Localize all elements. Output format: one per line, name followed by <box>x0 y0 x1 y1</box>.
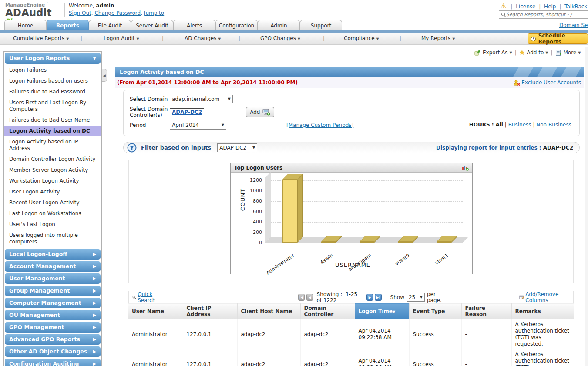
sidebar-item-users-logged-into-multiple-computers[interactable]: Users logged into multiple computers <box>4 230 101 247</box>
logon-activity-table: User NameClient IP AddressClient Host Na… <box>128 303 574 366</box>
sidebar-item-recent-user-logon-activity[interactable]: Recent User Logon Activity <box>4 197 101 208</box>
chart-bar <box>360 242 374 243</box>
tab-home[interactable]: Home <box>4 20 47 30</box>
sidebar-item-last-logon-on-workstations[interactable]: Last Logon on Workstations <box>4 208 101 219</box>
chart-category-label: Administrator <box>253 253 296 285</box>
search-icon <box>501 12 506 17</box>
export-as-button[interactable]: Export As▼ <box>474 50 512 56</box>
exclude-user-icon <box>513 80 521 86</box>
sidebar-item-logon-activity-based-on-ip-address[interactable]: Logon Activity based on IP Address <box>4 136 101 154</box>
search-input[interactable] <box>506 12 585 17</box>
sidebar-item-failures-due-to-bad-password[interactable]: Failures due to Bad Password <box>4 87 101 97</box>
col-header-user-name[interactable]: User Name <box>128 303 183 319</box>
schedule-reports-button[interactable]: Schedule Reports <box>528 33 588 44</box>
col-header-client-host-name[interactable]: Client Host Name <box>237 303 300 319</box>
top-header: ManageEngine⌒ ADAudit Plus Welcome, admi… <box>0 0 588 20</box>
sidebar-section-local-logon-logoff[interactable]: Local Logon-Logoff▶ <box>5 249 101 260</box>
sidebar-section-other-ad-object-changes[interactable]: Other AD Object Changes▶ <box>5 346 101 357</box>
sidebar-section-ou-management[interactable]: OU Management▶ <box>5 310 101 320</box>
sign-out-link[interactable]: Sign Out <box>69 10 91 16</box>
tab-alerts[interactable]: Alerts <box>173 20 215 30</box>
sidebar-section-advanced-gpo-reports[interactable]: Advanced GPO Reports▶ <box>5 334 101 345</box>
last-page-button[interactable]: ▶| <box>375 294 381 301</box>
subnav-logon-audit[interactable]: Logon Audit ▼ <box>104 35 139 41</box>
col-header-failure-reason[interactable]: Failure Reason <box>461 303 511 319</box>
subnav-cumulative-reports[interactable]: Cumulative Reports ▼ <box>13 35 69 41</box>
sidebar-item-user-logon-activity[interactable]: User Logon Activity <box>4 186 101 197</box>
tab-support[interactable]: Support <box>300 20 342 30</box>
sidebar-section-user-management[interactable]: User Management▶ <box>5 273 101 284</box>
tab-configuration[interactable]: Configuration <box>215 20 258 30</box>
hours-business-link[interactable]: Business <box>508 122 531 128</box>
more-doc-icon <box>555 50 562 56</box>
add-dc-button[interactable]: Add <box>246 107 274 117</box>
change-password-link[interactable]: Change Password <box>94 10 141 16</box>
exclude-user-accounts-link[interactable]: Exclude User Accounts <box>513 80 581 86</box>
col-header-logon-time[interactable]: Logon Time▼ <box>355 303 409 319</box>
subnav-my-reports[interactable]: My Reports ▼ <box>421 35 455 41</box>
next-page-button[interactable]: ▶ <box>366 294 373 301</box>
col-header-event-type[interactable]: Event Type <box>409 303 461 319</box>
domain-select[interactable]: adap.internal.com▼ <box>170 95 233 103</box>
license-link[interactable]: License <box>516 3 535 10</box>
sidebar-item-failures-due-to-bad-user-name[interactable]: Failures due to Bad User Name <box>4 115 101 126</box>
tab-admin[interactable]: Admin <box>258 20 300 30</box>
talkback-link[interactable]: TalkBack <box>564 3 587 10</box>
report-search[interactable] <box>499 10 588 19</box>
sidebar-section-configuration-auditing[interactable]: Configuration Auditing▶ <box>5 359 101 366</box>
tab-file-audit[interactable]: File Audit <box>89 20 131 30</box>
col-header-client-ip-address[interactable]: Client IP Address <box>183 303 237 319</box>
chart-plot-area <box>265 178 463 243</box>
sidebar-section-computer-management[interactable]: Computer Management▶ <box>5 298 101 308</box>
sidebar-item-users-first-and-last-logon-by-computers[interactable]: Users First and Last Logon By Computers <box>4 97 101 115</box>
table-cell: Apr 04,2014 09:22:36 AM <box>355 349 409 366</box>
col-header-domain-controller[interactable]: Domain Controller <box>300 303 355 319</box>
sidebar-section-group-management[interactable]: Group Management▶ <box>5 286 101 296</box>
dropdown-caret-icon: ▼ <box>376 37 379 41</box>
warning-icon[interactable]: ⚠ <box>501 2 506 10</box>
chart-bar <box>398 242 413 243</box>
chevron-right-icon: ▶ <box>93 249 96 260</box>
prev-page-button[interactable]: ◀ <box>306 294 313 301</box>
add-remove-columns-link[interactable]: Add/Remove Columns <box>519 291 570 303</box>
sidebar-section-gpo-management[interactable]: GPO Management▶ <box>5 322 101 333</box>
col-header-remarks[interactable]: Remarks <box>511 303 574 319</box>
sidebar-item-logon-failures[interactable]: Logon Failures <box>4 65 101 76</box>
subnav-ad-changes[interactable]: AD Changes ▼ <box>185 35 221 41</box>
add-to-button[interactable]: ★ Add to▼ <box>519 49 548 57</box>
header-utility-links: ⚠ | License | Help | TalkBack <box>501 2 587 10</box>
sidebar-section-account-management[interactable]: Account Management▶ <box>5 261 101 272</box>
sidebar-item-domain-controller-logon-activity[interactable]: Domain Controller Logon Activity <box>4 154 101 165</box>
tab-server-audit[interactable]: Server Audit <box>131 20 173 30</box>
sidebar-item-logon-activity-based-on-dc[interactable]: Logon Activity based on DC <box>4 126 101 136</box>
jump-to-link[interactable]: Jump to <box>144 10 164 16</box>
domain-settings-link[interactable]: Domain Settings <box>559 22 588 28</box>
sidebar-item-user-s-last-logon[interactable]: User's Last Logon <box>4 219 101 230</box>
sidebar-item-workstation-logon-activity[interactable]: Workstation Logon Activity <box>4 176 101 186</box>
dc-selected-value[interactable]: ADAP-DC2 <box>170 108 204 116</box>
tab-reports[interactable]: Reports <box>47 20 89 30</box>
username: admin <box>96 3 114 9</box>
hours-all[interactable]: All <box>495 122 503 128</box>
subnav-compliance[interactable]: Compliance ▼ <box>344 35 379 41</box>
filter-input-select[interactable]: ADAP-DC2▼ <box>217 143 257 152</box>
hours-nonbusiness-link[interactable]: Non-Business <box>536 122 571 128</box>
chart-bar-face <box>437 242 451 243</box>
page-size-select[interactable]: 25▼ <box>407 293 425 302</box>
more-button[interactable]: More▼ <box>555 50 581 56</box>
period-select[interactable]: April 2014▼ <box>170 121 226 130</box>
sidebar-item-logon-failures-based-on-users[interactable]: Logon Failures based on users <box>4 76 101 87</box>
table-cell: - <box>461 349 511 366</box>
sort-desc-icon: ▼ <box>393 310 395 314</box>
help-link[interactable]: Help <box>544 3 556 10</box>
sidebar-collapse-handle[interactable]: ◀ <box>102 69 107 82</box>
quick-search-link[interactable]: Quick Search <box>132 291 164 303</box>
sidebar-item-member-server-logon-activity[interactable]: Member Server Logon Activity <box>4 165 101 176</box>
manage-custom-periods-link[interactable]: [Manage Custom Periods] <box>286 122 353 128</box>
add-chart-icon[interactable] <box>462 164 469 171</box>
subnav-gpo-changes[interactable]: GPO Changes ▼ <box>260 35 300 41</box>
page-scrollbar[interactable] <box>585 47 588 366</box>
sidebar-section-user-logon-reports[interactable]: User Logon Reports ▼ <box>5 53 101 64</box>
chart-y-axis-label: COUNT <box>239 189 246 211</box>
first-page-button[interactable]: |◀ <box>298 294 305 301</box>
